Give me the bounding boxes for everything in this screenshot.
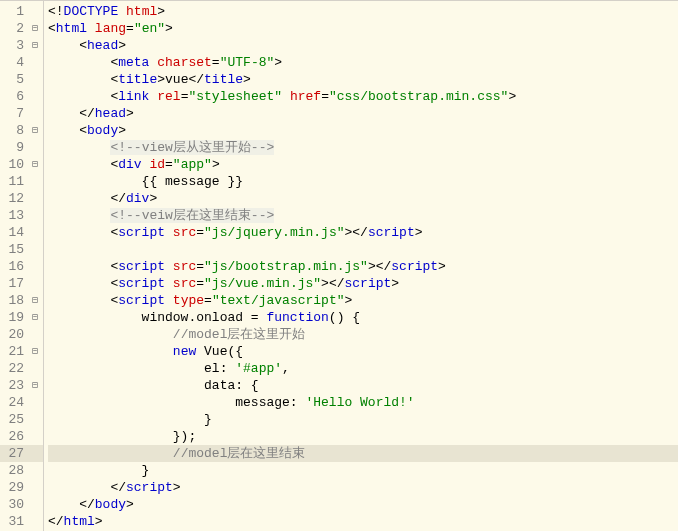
line-number: 11: [0, 173, 28, 190]
line-number: 3: [0, 37, 28, 54]
code-line[interactable]: <script src="js/vue.min.js"></script>: [48, 275, 678, 292]
code-token: "text/javascript": [212, 293, 345, 308]
code-token: >: [118, 38, 126, 53]
code-line[interactable]: window.onload = function() {: [48, 309, 678, 326]
fold-toggle-icon[interactable]: ⊟: [28, 37, 42, 54]
code-token: <: [48, 21, 56, 36]
code-token: >: [243, 72, 251, 87]
gutter-line: 13: [0, 207, 43, 224]
code-line[interactable]: data: {: [48, 377, 678, 394]
code-line[interactable]: el: '#app',: [48, 360, 678, 377]
code-token: </: [48, 480, 126, 495]
fold-toggle-icon[interactable]: ⊟: [28, 377, 42, 394]
line-number: 22: [0, 360, 28, 377]
code-token: script: [391, 259, 438, 274]
gutter-line: 18⊟: [0, 292, 43, 309]
code-line[interactable]: <meta charset="UTF-8">: [48, 54, 678, 71]
code-line[interactable]: new Vue({: [48, 343, 678, 360]
code-token: link: [118, 89, 149, 104]
fold-toggle-icon[interactable]: ⊟: [28, 122, 42, 139]
code-area[interactable]: <!DOCTYPE html><html lang="en"> <head> <…: [44, 1, 678, 531]
code-line[interactable]: <!--view层从这里开始-->: [48, 139, 678, 156]
line-number: 19: [0, 309, 28, 326]
code-token: [48, 327, 173, 342]
fold-toggle-icon[interactable]: ⊟: [28, 309, 42, 326]
code-line[interactable]: //model层在这里开始: [48, 326, 678, 343]
code-token: >: [508, 89, 516, 104]
code-line[interactable]: <!--veiw层在这里结束-->: [48, 207, 678, 224]
code-line[interactable]: }: [48, 411, 678, 428]
code-line[interactable]: <head>: [48, 37, 678, 54]
code-line[interactable]: <link rel="stylesheet" href="css/bootstr…: [48, 88, 678, 105]
gutter-line: 31: [0, 513, 43, 530]
code-token: >: [126, 106, 134, 121]
code-line[interactable]: <body>: [48, 122, 678, 139]
code-line[interactable]: [48, 241, 678, 258]
gutter-line: 3⊟: [0, 37, 43, 54]
gutter-line: 17: [0, 275, 43, 292]
code-token: title: [204, 72, 243, 87]
code-line[interactable]: }: [48, 462, 678, 479]
line-number: 10: [0, 156, 28, 173]
code-line[interactable]: </script>: [48, 479, 678, 496]
code-line[interactable]: <!DOCTYPE html>: [48, 3, 678, 20]
code-token: src: [173, 225, 196, 240]
code-line[interactable]: {{ message }}: [48, 173, 678, 190]
fold-toggle-icon[interactable]: ⊟: [28, 156, 42, 173]
code-token: [165, 276, 173, 291]
code-line[interactable]: <script src="js/jquery.min.js"></script>: [48, 224, 678, 241]
line-number: 18: [0, 292, 28, 309]
code-line[interactable]: <script src="js/bootstrap.min.js"></scri…: [48, 258, 678, 275]
code-line[interactable]: <html lang="en">: [48, 20, 678, 37]
code-token: <: [48, 38, 87, 53]
code-token: >: [415, 225, 423, 240]
line-number: 21: [0, 343, 28, 360]
code-token: div: [118, 157, 141, 172]
code-token: <: [48, 55, 118, 70]
gutter-line: 9: [0, 139, 43, 156]
code-token: [87, 21, 95, 36]
code-token: <: [48, 293, 118, 308]
line-number: 16: [0, 258, 28, 275]
code-line[interactable]: </body>: [48, 496, 678, 513]
code-token: "js/jquery.min.js": [204, 225, 344, 240]
code-line[interactable]: </head>: [48, 105, 678, 122]
code-line[interactable]: <script type="text/javascript">: [48, 292, 678, 309]
code-line[interactable]: message: 'Hello World!': [48, 394, 678, 411]
code-line[interactable]: });: [48, 428, 678, 445]
code-token: script: [118, 276, 165, 291]
fold-toggle-icon[interactable]: ⊟: [28, 292, 42, 309]
code-token: =: [126, 21, 134, 36]
code-token: [282, 89, 290, 104]
line-number: 25: [0, 411, 28, 428]
code-token: type: [173, 293, 204, 308]
fold-toggle-icon[interactable]: ⊟: [28, 343, 42, 360]
code-line[interactable]: <div id="app">: [48, 156, 678, 173]
code-token: data: {: [48, 378, 259, 393]
code-token: [48, 208, 110, 223]
code-token: [165, 225, 173, 240]
code-token: script: [126, 480, 173, 495]
fold-toggle-icon[interactable]: ⊟: [28, 20, 42, 37]
gutter-line: 11: [0, 173, 43, 190]
code-token: >: [165, 21, 173, 36]
line-number: 14: [0, 224, 28, 241]
gutter-line: 30: [0, 496, 43, 513]
code-token: window.onload =: [48, 310, 266, 325]
code-line[interactable]: //model层在这里结束: [48, 445, 678, 462]
code-editor[interactable]: 12⊟3⊟45678⊟910⊟1112131415161718⊟19⊟2021⊟…: [0, 0, 678, 531]
code-line[interactable]: <title>vue</title>: [48, 71, 678, 88]
gutter-line: 6: [0, 88, 43, 105]
gutter-line: 26: [0, 428, 43, 445]
code-token: >: [391, 276, 399, 291]
code-token: >: [212, 157, 220, 172]
code-line[interactable]: </html>: [48, 513, 678, 530]
code-token: head: [95, 106, 126, 121]
code-token: [118, 4, 126, 19]
code-token: ,: [282, 361, 290, 376]
code-line[interactable]: </div>: [48, 190, 678, 207]
line-number: 8: [0, 122, 28, 139]
gutter-line: 19⊟: [0, 309, 43, 326]
line-number: 24: [0, 394, 28, 411]
code-token: head: [87, 38, 118, 53]
